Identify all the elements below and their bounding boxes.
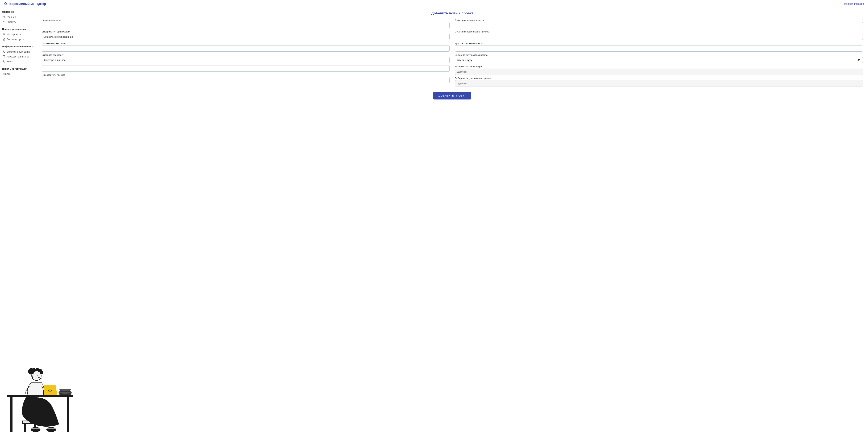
svg-point-13 — [3, 61, 4, 61]
sidebar-item-label: Мои проекты — [7, 33, 21, 36]
sidebar-item-label: Комфортная школа — [7, 55, 29, 58]
kickoff-date-label: Выберите дату Кик-оффа — [455, 65, 863, 68]
sidebar-item-label: РЦБТ — [7, 60, 13, 63]
subproject-select[interactable]: Комфортная школа — [42, 57, 450, 63]
form-column-left: Название проекта Выберите тип организаци… — [42, 19, 450, 87]
end-date-label: Выберите дату оканчания проекта — [455, 77, 863, 80]
svg-point-6 — [3, 33, 3, 34]
sidebar-item-my-projects[interactable]: Мои проекты — [2, 32, 35, 37]
sidebar-item-projects[interactable]: Проекты — [2, 20, 35, 24]
project-name-input[interactable] — [42, 22, 450, 28]
passport-link-label: Ссылка на паспорт проекта — [455, 19, 863, 21]
sidebar-item-label: Проекты — [7, 21, 16, 23]
sidebar-section-info: Информационная панель Эффективный регион… — [2, 45, 35, 64]
sidebar-section-title: Основное — [2, 10, 35, 13]
end-date-input[interactable] — [455, 80, 863, 87]
sidebar-item-label: Эффективный регион — [7, 50, 31, 53]
sidebar-item-label: Главное — [7, 16, 16, 19]
sidebar-section-title: Панель авторизации — [2, 67, 35, 70]
logo-text: Бережливый менеджер — [9, 2, 46, 6]
form-column-right: Ссылка на паспорт проекта Ссылка на през… — [455, 19, 863, 87]
sidebar-item-home[interactable]: Главное — [2, 14, 35, 20]
short-desc-label: Краткое описание проекта — [455, 42, 863, 44]
sidebar-item-logout[interactable]: Выйти — [2, 71, 35, 76]
rcbt-icon — [2, 60, 5, 63]
unnamed-input-1[interactable] — [42, 65, 450, 71]
start-date-label: Выберите дату начала проекта — [455, 54, 863, 56]
sidebar-section-title: Панель управления — [2, 28, 35, 31]
sidebar-item-rcbt[interactable]: РЦБТ — [2, 59, 35, 64]
presentation-link-label: Ссылка на презентацию проекта — [455, 30, 863, 33]
sidebar-item-region[interactable]: Эффективный регион — [2, 49, 35, 54]
sidebar-item-label: Выйти — [2, 72, 9, 75]
header: Бережливый менеджер cniirpo@gmail.com — [0, 0, 868, 8]
sidebar-item-school[interactable]: Комфортная школа — [2, 54, 35, 59]
user-email-link[interactable]: cniirpo@gmail.com — [844, 2, 865, 5]
home-icon — [2, 16, 5, 19]
org-name-input[interactable] — [42, 45, 450, 52]
sidebar-item-add-project[interactable]: Добавить проект — [2, 37, 35, 42]
sidebar: Основное Главное Проекты Панель управлен… — [0, 8, 36, 103]
list-icon — [2, 33, 5, 36]
submit-button[interactable]: ДОБАВИТЬ ПРОЕКТ — [433, 92, 471, 99]
svg-point-12 — [3, 51, 5, 53]
subproject-label: Выберите подпроект — [42, 54, 450, 56]
sidebar-section-auth: Панель авторизации Выйти — [2, 67, 35, 76]
org-name-label: Название организации — [42, 42, 450, 44]
sidebar-section-main: Основное Главное Проекты — [2, 10, 35, 24]
project-name-label: Название проекта — [42, 19, 450, 21]
region-icon — [2, 50, 5, 53]
main-content: Добавить новый проект Название проекта В… — [36, 8, 868, 103]
org-type-label: Выберите тип организации — [42, 30, 450, 33]
start-date-input[interactable] — [455, 57, 863, 63]
submit-row: ДОБАВИТЬ ПРОЕКТ — [42, 92, 863, 99]
presentation-link-input[interactable] — [455, 34, 863, 40]
logo-area[interactable]: Бережливый менеджер — [3, 2, 46, 6]
add-doc-icon — [2, 38, 5, 41]
org-type-select[interactable]: Дошкольное образование — [42, 34, 450, 40]
form-columns: Название проекта Выберите тип организаци… — [42, 19, 863, 87]
kickoff-date-input[interactable] — [455, 69, 863, 75]
page-title: Добавить новый проект — [42, 11, 863, 15]
manager-label: Руководитель проекта — [42, 73, 450, 76]
short-desc-input[interactable] — [455, 45, 863, 52]
logo-icon — [3, 2, 8, 6]
sidebar-section-control: Панель управления Мои проекты Добавить п… — [2, 28, 35, 42]
manager-input[interactable] — [42, 77, 450, 83]
passport-link-input[interactable] — [455, 22, 863, 28]
sidebar-item-label: Добавить проект — [7, 38, 26, 41]
projects-icon — [2, 21, 5, 23]
school-icon — [2, 55, 5, 58]
svg-point-11 — [3, 52, 4, 52]
sidebar-section-title: Информационная панель — [2, 45, 35, 48]
